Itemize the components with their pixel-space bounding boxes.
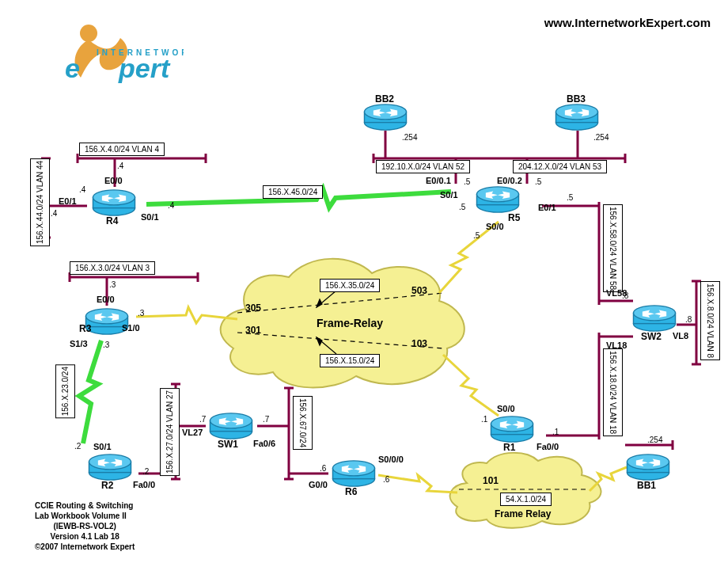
iface-r5-e002: E0/0.2 xyxy=(497,176,522,185)
router-bb1 xyxy=(625,453,671,481)
router-r6 xyxy=(331,459,377,488)
dlci-305: 305 xyxy=(245,302,261,314)
label-r2: R2 xyxy=(101,480,113,491)
addr-r4-c: .4 xyxy=(79,185,85,194)
dlci-103: 103 xyxy=(411,338,427,349)
label-bb3: BB3 xyxy=(567,93,586,105)
subnet-vlan58: 156.X.58.0/24 VLAN 58 xyxy=(603,204,623,292)
addr-r6-b: .6 xyxy=(383,475,389,484)
subnet-vlan4: 156.X.4.0/24 VLAN 4 xyxy=(79,143,165,156)
addr-r4-a: .4 xyxy=(117,162,123,170)
subnet-vlan44: 156.X.44.0/24 VLAN 44 xyxy=(30,158,50,246)
subnet-vlan8: 156.X.8.0/24 VLAN 8 xyxy=(700,281,720,360)
subnet-vlan53: 204.12.X.0/24 VLAN 53 xyxy=(513,160,607,173)
addr-bb1: .254 xyxy=(647,436,662,444)
iface-r4-e01: E0/1 xyxy=(59,196,77,206)
label-sw1: SW1 xyxy=(218,439,238,450)
label-r1: R1 xyxy=(503,442,515,453)
label-bb1: BB1 xyxy=(637,480,656,491)
router-sw1 xyxy=(208,412,254,440)
router-r5 xyxy=(475,185,521,214)
iface-r3-s10: S1/0 xyxy=(122,323,140,333)
iface-r2-s01: S0/1 xyxy=(93,442,112,451)
addr-r6-a: .6 xyxy=(320,464,326,473)
footer-l1: CCIE Routing & Switching xyxy=(35,500,135,511)
addr-bb2: .254 xyxy=(402,133,417,142)
addr-r3-c: .3 xyxy=(103,340,109,349)
addr-r3-b: .3 xyxy=(138,309,144,318)
addr-r5-b: .5 xyxy=(535,177,541,186)
addr-sw2-a: .8 xyxy=(622,291,628,300)
addr-r5-e: .5 xyxy=(473,231,480,240)
subnet-r1r3: 156.X.15.0/24 xyxy=(320,354,380,367)
label-sw2: SW2 xyxy=(641,331,662,342)
iface-r6-s000: S0/0/0 xyxy=(378,455,404,464)
addr-r5-c: .5 xyxy=(459,203,465,211)
subnet-sw1r6: 156.X.67.0/24 xyxy=(293,396,313,450)
subnet-r3r5: 156.X.35.0/24 xyxy=(320,279,380,292)
dlci-101: 101 xyxy=(483,475,499,486)
dlci-301: 301 xyxy=(245,325,261,336)
addr-r1-b: .1 xyxy=(552,428,559,436)
label-r5: R5 xyxy=(508,212,520,223)
label-r4: R4 xyxy=(106,215,118,226)
iface-r4-e00: E0/0 xyxy=(104,176,123,185)
addr-sw1-b: .7 xyxy=(263,415,269,424)
iface-r3-e00: E0/0 xyxy=(97,295,115,304)
iface-r5-s00: S0/0 xyxy=(486,222,504,231)
footer-l3: (IEWB-RS-VOL2) xyxy=(35,521,135,531)
footer-l2: Lab Workbook Volume II xyxy=(35,511,135,521)
router-bb2 xyxy=(362,103,408,131)
addr-r4-b: .4 xyxy=(51,209,57,218)
cloud-r6-label: Frame Relay xyxy=(495,508,551,519)
router-bb3 xyxy=(554,103,600,131)
subnet-vlan18: 156.X.18.0/24 VLAN 18 xyxy=(603,348,623,436)
subnet-r6cloud: 54.X.1.0/24 xyxy=(500,493,552,506)
subnet-vlan3: 156.X.3.0/24 VLAN 3 xyxy=(70,261,155,275)
iface-sw1-fa06: Fa0/6 xyxy=(253,439,275,448)
addr-bb3: .254 xyxy=(593,133,609,142)
addr-sw2-b: .8 xyxy=(685,315,692,324)
cloud-main-label: Frame-Relay xyxy=(317,317,383,329)
iface-r1-s00: S0/0 xyxy=(497,404,515,413)
label-bb2: BB2 xyxy=(375,93,394,105)
iface-r6-g00: G0/0 xyxy=(309,480,328,489)
subnet-vlan52: 192.10.X.0/24 VLAN 52 xyxy=(376,160,470,173)
router-r4 xyxy=(91,188,137,217)
iface-sw2-vl18: VL18 xyxy=(606,340,627,350)
iface-sw2-vl8: VL8 xyxy=(673,331,688,340)
label-r3: R3 xyxy=(79,323,91,334)
addr-r1-a: .1 xyxy=(481,415,487,424)
addr-r5-a: .5 xyxy=(464,177,470,186)
addr-r4-d: .4 xyxy=(168,201,174,210)
footer-l5: ©2007 Internetwork Expert xyxy=(35,542,135,552)
subnet-r4r5: 156.X.45.0/24 xyxy=(263,185,323,199)
iface-sw1-vl27: VL27 xyxy=(182,428,203,437)
subnet-r2r3: 156.X.23.0/24 xyxy=(55,364,75,418)
dlci-503: 503 xyxy=(411,285,427,296)
iface-r2-fa00: Fa0/0 xyxy=(133,480,155,489)
iface-r4-s01: S0/1 xyxy=(141,212,159,222)
router-r1 xyxy=(489,415,535,443)
iface-r3-s13: S1/3 xyxy=(70,339,88,348)
addr-r2-a: .2 xyxy=(74,442,81,451)
iface-r5-e001: E0/0.1 xyxy=(426,176,451,185)
iface-r5-s01: S0/1 xyxy=(440,190,458,200)
footer-l4: Version 4.1 Lab 18 xyxy=(35,531,135,542)
footer-block: CCIE Routing & Switching Lab Workbook Vo… xyxy=(35,500,135,552)
router-sw2 xyxy=(631,304,677,333)
addr-r2-b: .2 xyxy=(142,467,149,476)
iface-r1-fa00: Fa0/0 xyxy=(537,442,559,451)
addr-r3-a: .3 xyxy=(109,280,116,289)
router-r2 xyxy=(87,453,133,481)
iface-r5-e01: E0/1 xyxy=(538,203,556,212)
subnet-vlan27: 156.X.27.0/24 VLAN 27 xyxy=(160,388,180,476)
addr-sw1-a: .7 xyxy=(199,415,206,424)
addr-r5-d: .5 xyxy=(567,193,573,202)
label-r6: R6 xyxy=(345,486,357,497)
